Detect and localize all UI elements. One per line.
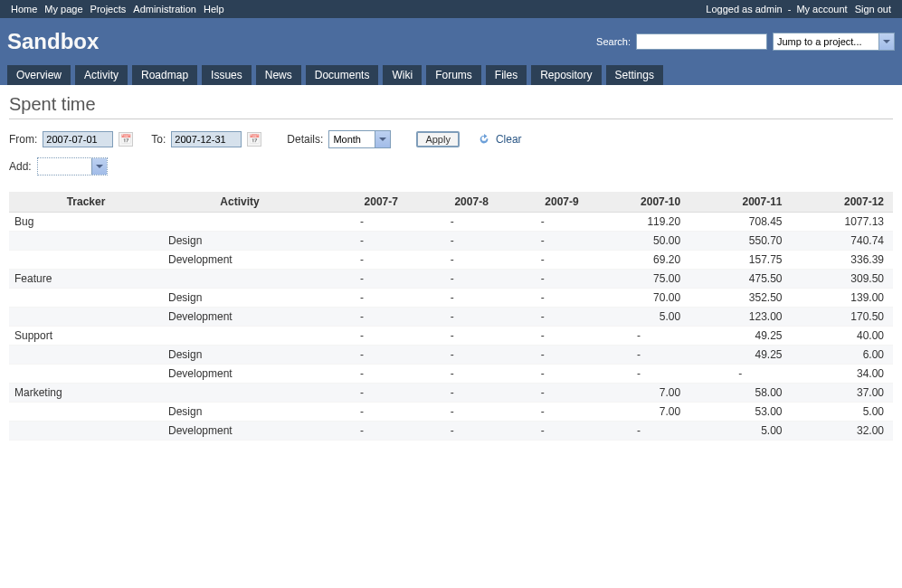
calendar-icon[interactable] [247, 132, 261, 147]
clear-link[interactable]: Clear [496, 133, 522, 146]
cell-tracker: Bug [9, 213, 163, 232]
main-menu: Overview Activity Roadmap Issues News Do… [7, 60, 895, 85]
cell-value: - [498, 289, 588, 308]
content: Spent time From: To: Details: Month Appl… [0, 85, 902, 450]
tab-forums[interactable]: Forums [426, 65, 481, 85]
cell-value: 309.50 [792, 270, 893, 289]
cell-value: - [498, 213, 588, 232]
cell-value: - [407, 327, 498, 346]
cell-value: - [317, 213, 407, 232]
cell-value: - [498, 327, 588, 346]
spent-time-table: Tracker Activity 2007-7 2007-8 2007-9 20… [9, 192, 893, 441]
cell-value: - [498, 384, 588, 403]
table-row: Bug---119.20708.451077.13 [9, 213, 893, 232]
tab-wiki[interactable]: Wiki [383, 65, 422, 85]
cell-tracker: Support [9, 327, 163, 346]
add-select[interactable] [37, 157, 108, 175]
table-row: Marketing---7.0058.0037.00 [9, 384, 893, 403]
cell-tracker [9, 232, 163, 251]
tab-overview[interactable]: Overview [7, 65, 71, 85]
cell-value: 32.00 [792, 422, 893, 441]
cell-value: - [498, 308, 588, 327]
cell-activity: Design [163, 403, 317, 422]
cell-value: 123.00 [689, 308, 791, 327]
cell-value: 708.45 [689, 213, 791, 232]
details-label: Details: [287, 133, 323, 146]
nav-my-page[interactable]: My page [41, 0, 86, 18]
calendar-icon[interactable] [119, 132, 133, 147]
cell-value: - [317, 327, 407, 346]
add-label: Add: [9, 160, 32, 173]
cell-activity: Design [163, 232, 317, 251]
cell-tracker: Feature [9, 270, 163, 289]
refresh-icon [478, 133, 490, 147]
apply-button[interactable]: Apply [416, 131, 460, 147]
search-input[interactable] [636, 33, 767, 50]
cell-value: - [407, 232, 498, 251]
cell-value: 34.00 [792, 365, 893, 384]
table-row: Development----5.0032.00 [9, 422, 893, 441]
cell-value: - [498, 346, 588, 365]
tab-documents[interactable]: Documents [306, 65, 379, 85]
table-row: Feature---75.00475.50309.50 [9, 270, 893, 289]
nav-help[interactable]: Help [200, 0, 228, 18]
tab-repository[interactable]: Repository [531, 65, 601, 85]
cell-value: - [498, 251, 588, 270]
top-menu-left: Home My page Projects Administration Hel… [7, 0, 228, 18]
cell-value: - [498, 270, 588, 289]
cell-value: 170.50 [792, 308, 893, 327]
nav-administration[interactable]: Administration [129, 0, 200, 18]
cell-value: - [588, 346, 689, 365]
table-row: Design---50.00550.70740.74 [9, 232, 893, 251]
tab-news[interactable]: News [256, 65, 301, 85]
cell-value: 1077.13 [792, 213, 893, 232]
cell-value: 740.74 [792, 232, 893, 251]
tab-settings[interactable]: Settings [606, 65, 663, 85]
tab-roadmap[interactable]: Roadmap [132, 65, 197, 85]
nav-projects[interactable]: Projects [87, 0, 130, 18]
top-menu: Home My page Projects Administration Hel… [0, 0, 902, 18]
cell-value: 6.00 [792, 346, 893, 365]
col-2007-10: 2007-10 [588, 192, 689, 213]
cell-tracker [9, 365, 163, 384]
table-header-row: Tracker Activity 2007-7 2007-8 2007-9 20… [9, 192, 893, 213]
tab-files[interactable]: Files [486, 65, 527, 85]
cell-value: - [498, 403, 588, 422]
cell-value: 119.20 [588, 213, 689, 232]
cell-value: - [317, 346, 407, 365]
cell-activity: Development [163, 308, 317, 327]
tab-issues[interactable]: Issues [202, 65, 252, 85]
nav-home[interactable]: Home [7, 0, 41, 18]
cell-activity: Development [163, 251, 317, 270]
logged-as-label: Logged as admin [706, 0, 785, 18]
cell-value: 40.00 [792, 327, 893, 346]
cell-tracker [9, 422, 163, 441]
to-label: To: [151, 133, 166, 146]
cell-value: 5.00 [792, 403, 893, 422]
from-date-input[interactable] [43, 131, 113, 147]
cell-value: - [317, 232, 407, 251]
cell-value: - [588, 365, 689, 384]
page-title: Spent time [9, 94, 893, 119]
details-select[interactable]: Month [328, 130, 391, 148]
tab-activity[interactable]: Activity [75, 65, 128, 85]
cell-value: 7.00 [588, 403, 689, 422]
cell-value: - [317, 308, 407, 327]
cell-tracker [9, 346, 163, 365]
cell-value: - [689, 365, 791, 384]
cell-value: - [498, 422, 588, 441]
project-jump-select[interactable]: Jump to a project... [773, 33, 895, 51]
cell-value: 352.50 [689, 289, 791, 308]
col-2007-7: 2007-7 [317, 192, 407, 213]
nav-sign-out[interactable]: Sign out [851, 0, 895, 18]
table-row: Support----49.2540.00 [9, 327, 893, 346]
cell-value: - [407, 403, 498, 422]
cell-value: 5.00 [689, 422, 791, 441]
to-date-input[interactable] [171, 131, 242, 147]
cell-activity: Design [163, 346, 317, 365]
cell-value: - [317, 289, 407, 308]
cell-value: 157.75 [689, 251, 791, 270]
cell-value: - [317, 251, 407, 270]
table-row: Design----49.256.00 [9, 346, 893, 365]
nav-my-account[interactable]: My account [793, 0, 850, 18]
